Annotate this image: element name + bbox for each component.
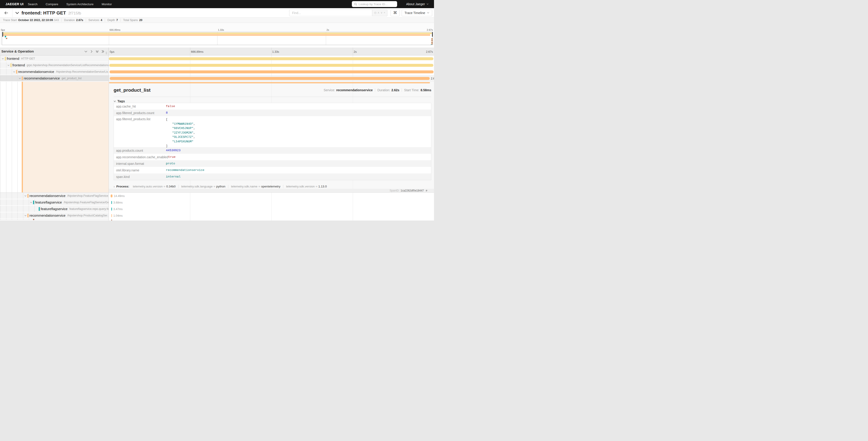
find-input[interactable] <box>289 9 372 16</box>
tag-row: span.kindinternal <box>114 173 431 180</box>
span-bar[interactable] <box>111 219 112 220</box>
minimap-scrubber-right[interactable] <box>432 32 433 37</box>
nav-item-search[interactable]: Search <box>28 2 37 6</box>
span-rows: frontend HTTP GET frontend grpc.hipsters… <box>0 56 434 220</box>
chevron-down-icon[interactable] <box>13 70 16 73</box>
service-color-bar <box>33 201 34 204</box>
span-duration-label: 14.49ms <box>114 195 125 198</box>
clear-find-icon[interactable]: × <box>383 11 385 14</box>
service-color-bar <box>27 214 29 217</box>
span-bar[interactable] <box>111 195 113 198</box>
chevron-down-icon[interactable] <box>24 195 27 197</box>
span-bar[interactable] <box>109 64 433 67</box>
service-color-bar <box>22 77 23 80</box>
nav-item-compare[interactable]: Compare <box>46 2 58 6</box>
span-name-cell[interactable]: recommendationservice /hipstershop.Produ… <box>0 212 108 219</box>
arrow-left-icon <box>4 11 8 15</box>
service-operation-header: Service & Operation <box>0 48 108 55</box>
span-detail-header: get_product_list Service:recommendations… <box>114 86 431 94</box>
trace-id-search-input[interactable]: Lookup by Trace ID... <box>352 1 397 7</box>
detail-service: Service:recommendationservice <box>321 88 375 92</box>
collapse-trace-chevron-icon[interactable] <box>15 11 19 14</box>
next-match-icon[interactable]: ∨ <box>381 11 383 14</box>
nav-right: Lookup by Trace ID... About Jaeger <box>352 1 429 7</box>
span-row-recommendation-featureflag: recommendationservice /hipstershop.Featu… <box>0 193 434 199</box>
span-name-cell[interactable]: recommendationservice /hipstershop.Featu… <box>0 193 108 199</box>
minimap-scrubber-left[interactable] <box>2 32 3 37</box>
meta-total-spans: Total Spans20 <box>120 19 145 22</box>
collapse-all-icon[interactable] <box>95 50 99 53</box>
span-detail-panel: get_product_list Service:recommendations… <box>108 82 434 193</box>
minimap-canvas[interactable] <box>2 32 433 45</box>
prev-match-icon[interactable]: ∧ <box>377 11 379 14</box>
span-bar[interactable] <box>109 57 433 60</box>
selected-span-tint <box>23 82 108 193</box>
minimap-span-right-teal <box>431 45 432 45</box>
search-icon <box>354 3 357 6</box>
keyboard-shortcuts-button[interactable]: ⌘ <box>391 9 400 16</box>
chevron-down-icon[interactable] <box>2 58 4 60</box>
span-name-cell[interactable]: frontend HTTP GET <box>0 56 108 62</box>
chevron-down-icon[interactable] <box>30 201 32 204</box>
span-name-cell[interactable]: featureflagservice /hipstershop.FeatureF… <box>0 199 108 206</box>
trace-title: frontend: HTTP GET2f715fb <box>22 10 81 16</box>
span-bar[interactable] <box>111 208 112 210</box>
timeline-tick-labels: 0μs 666.89ms 1.33s 2s 2.67s <box>108 48 434 55</box>
nav-item-system-architecture[interactable]: System Architecture <box>66 2 93 6</box>
chevron-down-icon <box>427 12 429 13</box>
header-divider <box>12 8 12 18</box>
span-row-featureflag-get: featureflagservice /hipstershop.FeatureF… <box>0 199 434 206</box>
tags-accordion-header[interactable]: Tags <box>114 99 125 103</box>
span-timeline-cell <box>108 62 434 68</box>
span-duration-label: 2.62s <box>431 77 434 80</box>
span-duration-label: 3.68ms <box>113 201 123 204</box>
chevron-down-icon[interactable] <box>7 64 10 66</box>
link-icon[interactable] <box>425 189 428 192</box>
span-duration-label: 1.04ms <box>113 214 123 217</box>
span-name-cell[interactable]: recommendationservice /hipstershop.Recom… <box>0 68 108 75</box>
minimap-span-brown-tick <box>6 37 7 39</box>
service-color-bar <box>5 57 6 60</box>
chevron-down-icon[interactable] <box>19 77 21 80</box>
focus-match-icon[interactable]: ◎ <box>374 11 376 14</box>
nav-item-monitor[interactable]: Monitor <box>102 2 112 6</box>
timeline-header: Service & Operation 0μs 666.89ms 1.33s 2… <box>0 48 434 56</box>
span-row-featureflag-repo-query: featureflagservice featureflagservice.re… <box>0 206 434 212</box>
back-button[interactable] <box>0 8 12 18</box>
chevron-down-icon[interactable] <box>24 214 27 217</box>
span-name-cell[interactable]: recommendationservice get_product_list <box>0 75 108 82</box>
expand-all-icon[interactable] <box>101 50 105 53</box>
span-row-frontend-grpc: frontend grpc.hipstershop.Recommendation… <box>0 62 434 68</box>
span-timeline-cell: 14.49ms <box>108 193 434 199</box>
tags-table: app.cache_hitfalse app.filtered_products… <box>114 103 431 180</box>
detail-duration: Duration:2.62s <box>375 88 402 92</box>
span-bar[interactable] <box>111 201 112 204</box>
service-color-bar <box>39 207 40 211</box>
tag-row: app.cache_hitfalse <box>114 103 431 110</box>
span-timeline-cell: 3.47ms <box>108 206 434 212</box>
trace-id-search-placeholder: Lookup by Trace ID... <box>359 2 388 6</box>
column-resize-handle[interactable] <box>106 52 107 54</box>
collapse-one-icon[interactable] <box>84 50 88 53</box>
tag-row: app.products.count44530923 <box>114 147 431 154</box>
span-duration-label: 3.47ms <box>113 208 123 211</box>
span-bar[interactable] <box>110 77 430 80</box>
span-name-cell[interactable] <box>0 219 108 220</box>
trace-view-selector[interactable]: Trace Timeline <box>402 9 432 16</box>
span-bar[interactable] <box>111 214 112 217</box>
about-jaeger-menu[interactable]: About Jaeger <box>406 2 429 6</box>
trace-header-controls: ◎ ∧ ∨ × ⌘ Trace Timeline <box>289 9 432 16</box>
app-logo[interactable]: JAEGER UI <box>5 2 24 6</box>
trace-minimap: 0μs 666.89ms 1.33s 2s 2.67s <box>0 23 434 45</box>
process-accordion[interactable]: › Process: telemetry.auto.version=0.34b0… <box>114 184 330 188</box>
span-name-cell[interactable]: frontend grpc.hipstershop.Recommendation… <box>0 62 108 68</box>
process-tag: telemetry.sdk.language=python <box>178 185 228 188</box>
minimap-span-frontend <box>2 33 432 34</box>
process-tag: telemetry.sdk.name=opentelemetry <box>228 185 283 188</box>
span-bar[interactable] <box>110 70 434 74</box>
trace-meta-bar: Trace StartOctober 22 2022, 22:10:09.543… <box>0 18 434 23</box>
chevron-down-icon <box>427 3 429 5</box>
span-name-cell[interactable]: featureflagservice featureflagservice.re… <box>0 206 108 212</box>
chevron-down-icon <box>114 100 116 102</box>
expand-one-icon[interactable] <box>90 50 93 53</box>
